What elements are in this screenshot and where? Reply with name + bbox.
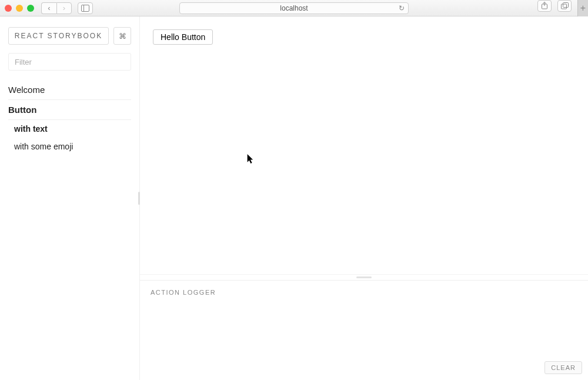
hello-button-label: Hello Button <box>161 32 205 42</box>
preview-area: Hello Button <box>140 16 588 274</box>
url-bar[interactable]: localhost ↻ <box>179 2 409 14</box>
clear-button[interactable]: CLEAR <box>544 361 582 374</box>
chevron-left-icon: ‹ <box>48 4 50 12</box>
action-logger-panel: ACTION LOGGER CLEAR <box>140 280 588 380</box>
filter-input[interactable] <box>8 53 131 71</box>
refresh-icon[interactable]: ↻ <box>399 4 405 12</box>
story-with-emoji[interactable]: with some emoji <box>14 138 131 155</box>
stories-list: with text with some emoji <box>8 120 131 155</box>
plus-icon: + <box>580 3 586 14</box>
tabs-icon <box>561 2 569 9</box>
mouse-cursor-icon <box>247 154 255 167</box>
browser-chrome: ‹ › localhost ↻ + <box>0 0 588 16</box>
share-icon <box>541 2 548 9</box>
svg-rect-5 <box>563 2 568 7</box>
sidebar-icon <box>81 5 89 12</box>
brand-label: REACT STORYBOOK <box>15 32 102 40</box>
main-panel: Hello Button ACTION LOGGER CLEAR <box>140 16 588 380</box>
svg-rect-4 <box>561 4 566 9</box>
forward-button[interactable]: › <box>56 2 72 14</box>
story-with-text[interactable]: with text <box>14 120 131 138</box>
storybook-app: REACT STORYBOOK ⌘ Welcome Button with te… <box>0 16 588 380</box>
brand-button[interactable]: REACT STORYBOOK <box>8 27 109 45</box>
sidebar-header: REACT STORYBOOK ⌘ <box>8 27 131 45</box>
maximize-window-icon[interactable] <box>27 5 34 12</box>
sidebar-toggle-button[interactable] <box>78 2 93 14</box>
hello-button[interactable]: Hello Button <box>153 29 213 45</box>
chevron-right-icon: › <box>63 4 65 12</box>
grip-icon <box>356 276 372 278</box>
url-text: localhost <box>280 4 308 12</box>
kind-label: Button <box>8 105 36 115</box>
command-icon: ⌘ <box>119 32 126 41</box>
kind-label: Welcome <box>8 85 45 95</box>
action-logger-title: ACTION LOGGER <box>151 289 577 296</box>
tabs-button[interactable] <box>557 0 572 12</box>
nav-buttons: ‹ › <box>41 2 72 14</box>
shortcuts-button[interactable]: ⌘ <box>113 27 131 45</box>
clear-label: CLEAR <box>551 364 576 371</box>
share-button[interactable] <box>537 0 552 12</box>
chrome-right: + <box>537 0 583 16</box>
sidebar: REACT STORYBOOK ⌘ Welcome Button with te… <box>0 16 140 380</box>
kind-welcome[interactable]: Welcome <box>8 80 131 100</box>
back-button[interactable]: ‹ <box>41 2 56 14</box>
minimize-window-icon[interactable] <box>16 5 23 12</box>
story-label: with text <box>14 124 48 134</box>
window-controls <box>5 5 34 12</box>
svg-rect-0 <box>82 5 89 11</box>
story-label: with some emoji <box>14 142 73 151</box>
new-tab-button[interactable]: + <box>577 0 588 16</box>
horizontal-resize-handle[interactable] <box>140 274 588 280</box>
close-window-icon[interactable] <box>5 5 12 12</box>
kind-button[interactable]: Button <box>8 100 131 120</box>
